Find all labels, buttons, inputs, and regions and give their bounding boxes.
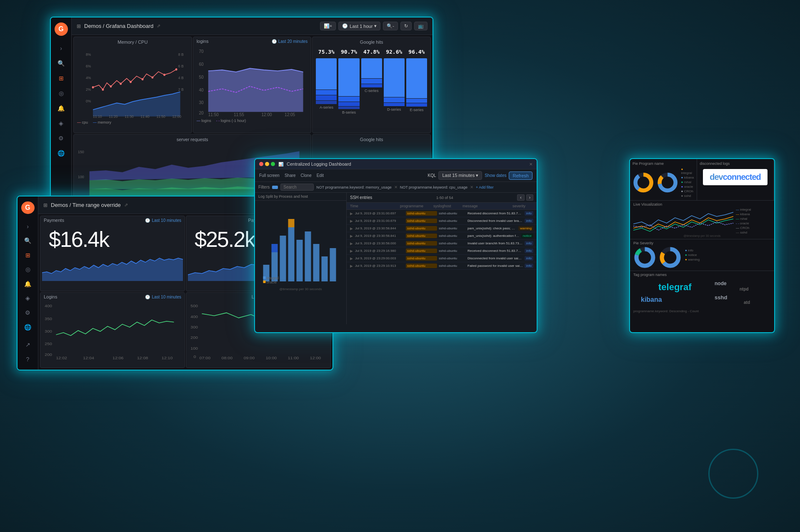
sidebar-dashboards-icon[interactable]: ⊞: [55, 72, 67, 84]
svg-text:09:00: 09:00: [244, 356, 255, 360]
add-filter-btn[interactable]: + Add filter: [476, 185, 494, 189]
sidebar-alerting-icon[interactable]: 🔔: [55, 102, 67, 114]
table-row: ▶ Jul 9, 2019 @ 23:31:00.697 sshd-ubuntu…: [347, 210, 537, 217]
google-hits-title-2: Google hits: [312, 134, 430, 143]
logins-1-chart: 400 350 300 250 200 12:02 12:04 12:06 12…: [44, 301, 181, 360]
logging-dashboard: 📊 Centralized Logging Dashboard ✕ Full s…: [254, 158, 538, 333]
refresh-btn[interactable]: ↻: [400, 22, 412, 30]
svg-text:12:00: 12:00: [261, 112, 272, 117]
svg-rect-81: [263, 281, 266, 283]
table-row: ▶ Jul 9, 2019 @ 23:29:10.913 sshd-ubuntu…: [347, 262, 537, 270]
sidebar-settings-icon[interactable]: ⚙: [55, 132, 67, 144]
sidebar-explore-icon[interactable]: ◎: [55, 87, 67, 99]
svg-text:12:10: 12:10: [162, 356, 173, 360]
time-explore-icon[interactable]: ◎: [22, 264, 34, 275]
svg-text:300: 300: [190, 325, 198, 329]
svg-text:integral: integral: [267, 276, 279, 280]
col-programname: programname: [400, 204, 433, 208]
logins-1-panel: Logins 🕐 Last 10 minutes 400 350 300 250…: [40, 292, 185, 368]
time-alerting-icon[interactable]: 🔔: [22, 278, 34, 290]
logins-chart: 70 60 50 40 30 20 11:50 11:55: [197, 45, 308, 117]
linux-logs-section: Linux logs: [773, 159, 774, 200]
svg-text:12:06: 12:06: [112, 356, 124, 360]
sidebar-collapse-icon[interactable]: ›: [55, 42, 67, 54]
edit-btn[interactable]: Edit: [317, 173, 324, 178]
svg-text:8%: 8%: [86, 52, 91, 57]
grafana-logo[interactable]: G: [55, 22, 68, 36]
svg-text:12:08: 12:08: [137, 356, 148, 360]
svg-text:20: 20: [199, 110, 203, 115]
time-admin-icon[interactable]: 🌐: [22, 321, 34, 333]
zoom-out-btn[interactable]: 🔍-: [383, 22, 398, 30]
memory-cpu-chart: 8% 6% 4% 2% 0% 8 B 6 B 4 B 2 B: [77, 47, 188, 119]
add-panel-btn[interactable]: 📊+: [320, 22, 336, 30]
refresh-logging-btn[interactable]: Refresh: [509, 172, 532, 180]
svg-text:11:20: 11:20: [109, 114, 118, 119]
sidebar-admin-icon[interactable]: 🌐: [55, 147, 67, 159]
time-ai-icon[interactable]: ◈: [22, 293, 34, 304]
sidebar-search-icon[interactable]: 🔍: [55, 57, 67, 69]
time-help-icon[interactable]: ?: [22, 353, 34, 365]
d-series-pct: 92.6%: [386, 49, 402, 55]
svg-point-14: [142, 78, 144, 80]
svg-text:11:55: 11:55: [234, 112, 244, 117]
svg-text:100: 100: [78, 174, 84, 179]
log-split-chart: integral oracle: [257, 202, 345, 286]
col-message: message: [462, 204, 512, 208]
logins-subtitle: 🕐 Last 20 minutes: [272, 39, 308, 44]
time-signout-icon[interactable]: ↗: [22, 339, 34, 351]
svg-text:400: 400: [190, 314, 198, 318]
disconnected-logs-section: disconnected logs devconnected: [697, 159, 773, 200]
live-viz-title: Live Visualization: [633, 202, 771, 206]
time-dashboards-icon[interactable]: ⊞: [22, 249, 34, 261]
pagination: 1-50 of 54: [436, 196, 453, 200]
col-time: Time: [350, 204, 400, 208]
svg-text:2 B: 2 B: [178, 87, 184, 92]
disconnected-logs-title: disconnected logs: [700, 162, 771, 166]
filter-tag-2: NOT programname.keyword: cpu_usage: [400, 185, 468, 189]
time-search-icon[interactable]: 🔍: [22, 235, 34, 246]
word-telegraf: telegraf: [658, 282, 691, 293]
time-dashboard-title: Demos / Time range override: [51, 202, 121, 208]
last-15-btn[interactable]: Last 15 minutes ▾: [438, 171, 482, 180]
time-range-btn[interactable]: 🕐 Last 1 hour ▾: [338, 22, 380, 30]
server-requests-title: server requests: [74, 134, 311, 143]
payments-1-chart: [42, 256, 183, 281]
filter-tag-1: NOT programname.keyword: memory_usage: [316, 185, 391, 189]
clock-icon-logins: 🕐: [272, 39, 277, 44]
log-split-title: Log Split by Process and host: [255, 193, 346, 201]
time-grafana-logo[interactable]: G: [21, 201, 35, 214]
time-settings-icon[interactable]: ⚙: [22, 307, 34, 318]
word-ntpd: ntpd: [740, 287, 749, 291]
b-series-bars: B-series: [338, 58, 359, 114]
word-node: node: [715, 281, 727, 286]
log-search-input[interactable]: [280, 184, 314, 191]
next-page-btn[interactable]: ›: [526, 194, 533, 201]
pie-severity-section: Pie Severity ● info ● notice: [630, 239, 774, 271]
clone-btn[interactable]: Clone: [301, 173, 312, 178]
logins-title: logins: [197, 39, 209, 44]
svg-text:12:05: 12:05: [285, 112, 295, 117]
svg-text:11:50: 11:50: [156, 114, 165, 119]
time-collapse-icon[interactable]: ›: [22, 221, 34, 232]
tv-btn[interactable]: 📺: [414, 22, 428, 30]
kql-label: KQL: [428, 173, 436, 178]
col-severity: severity: [512, 204, 533, 208]
sidebar-ai-icon[interactable]: ◈: [55, 117, 67, 129]
memory-legend: — memory: [93, 120, 111, 124]
svg-text:11:50: 11:50: [208, 112, 218, 117]
arc-decoration: [708, 449, 758, 499]
svg-text:100: 100: [190, 346, 198, 350]
svg-text:200: 200: [190, 336, 198, 340]
devconnected-logo: devconnected: [703, 169, 768, 185]
table-row: ▶ Jul 9, 2019 @ 23:30:58.841 sshd-ubuntu…: [347, 232, 537, 240]
svg-rect-74: [297, 240, 303, 281]
prev-page-btn[interactable]: ‹: [517, 194, 524, 201]
show-dates-btn[interactable]: Show dates: [485, 173, 506, 178]
memory-cpu-panel: Memory / CPU 8% 6% 4% 2% 0% 8 B 6 B 4 B …: [73, 37, 192, 133]
svg-point-9: [92, 86, 94, 88]
cpu-line: [93, 70, 176, 89]
share-btn[interactable]: Share: [285, 173, 296, 178]
fullscreen-btn[interactable]: Full screen: [259, 173, 280, 178]
google-hits-panel-1: Google hits 75.3% 90.7% 47.8% 92.6% 96.4…: [312, 37, 431, 133]
